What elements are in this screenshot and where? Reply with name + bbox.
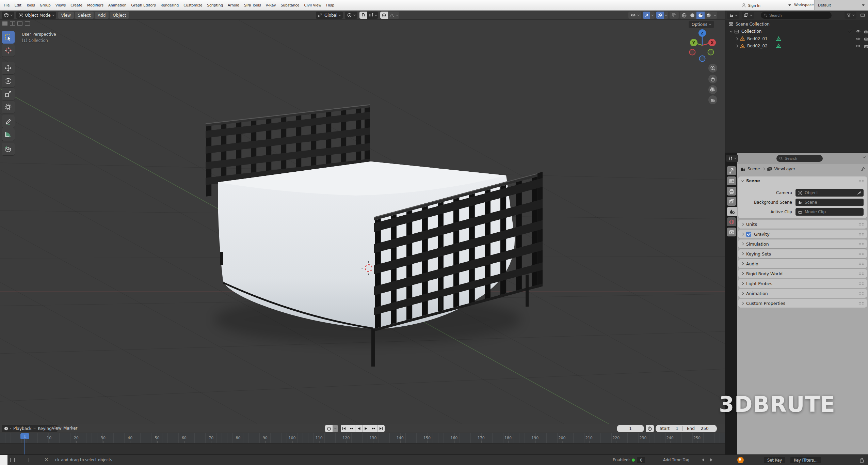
- outliner-row-scene-collection[interactable]: Scene Collection: [725, 20, 868, 28]
- snap-toggle[interactable]: [359, 12, 367, 19]
- shading-dropdown[interactable]: [713, 12, 717, 19]
- tab-collection[interactable]: [727, 228, 736, 236]
- drag-grip-icon[interactable]: [858, 302, 864, 305]
- pan-button[interactable]: [708, 75, 717, 83]
- outliner-new-collection-button[interactable]: [860, 13, 865, 18]
- overlays-toggle[interactable]: [656, 12, 664, 19]
- mode-dropdown[interactable]: Object Mode: [16, 12, 56, 19]
- background-scene-field[interactable]: Scene: [795, 199, 864, 206]
- tab-output[interactable]: [727, 187, 736, 196]
- panel-collapse-chevron-icon[interactable]: [741, 179, 744, 182]
- viewport-menu-object[interactable]: Object: [110, 12, 129, 19]
- play-button[interactable]: [363, 425, 370, 432]
- gizmo-neg-x-axis[interactable]: [690, 49, 695, 55]
- outliner-row-collection[interactable]: Collection: [725, 28, 868, 35]
- disable-camera-icon[interactable]: [864, 29, 868, 34]
- editor-type-button[interactable]: [2, 12, 14, 19]
- viewport-menu-view[interactable]: View: [58, 12, 74, 19]
- tab-tool[interactable]: [727, 166, 736, 175]
- menubar-item-scripting[interactable]: Scripting: [205, 3, 225, 7]
- section-custom-properties[interactable]: Custom Properties: [738, 299, 867, 308]
- shading-solid-button[interactable]: [688, 12, 696, 19]
- xray-toggle[interactable]: [670, 12, 679, 19]
- add-time-tag[interactable]: Add Time Tag: [663, 458, 689, 462]
- section-gravity[interactable]: Gravity: [738, 230, 867, 238]
- navigation-gizmo[interactable]: Z Y X: [684, 25, 721, 62]
- timeline-marker-menu[interactable]: Marker: [63, 426, 77, 431]
- eyedropper-icon[interactable]: [857, 191, 861, 195]
- drag-grip-icon[interactable]: [858, 262, 864, 265]
- properties-editor-type-button[interactable]: [726, 155, 738, 162]
- collection-checkbox[interactable]: [848, 29, 852, 34]
- tool-move[interactable]: [2, 62, 15, 74]
- outliner-display-mode-dropdown[interactable]: [742, 12, 754, 19]
- menubar-item-customize[interactable]: Customize: [181, 3, 205, 7]
- menubar-item-sini-tools[interactable]: SiNi Tools: [242, 3, 263, 7]
- section-simulation[interactable]: Simulation: [738, 239, 867, 248]
- drag-grip-icon[interactable]: [858, 180, 864, 183]
- disable-camera-icon[interactable]: [864, 44, 868, 48]
- section-light-probes[interactable]: Light Probes: [738, 279, 867, 288]
- viewport-menu-select[interactable]: Select: [75, 12, 94, 19]
- collapse-chevron-icon[interactable]: [735, 37, 738, 40]
- close-icon[interactable]: ×: [44, 456, 49, 463]
- outliner-row-bed02-02[interactable]: Bed02_02: [725, 43, 868, 50]
- section-units[interactable]: Units: [738, 220, 867, 229]
- menubar-item-tools[interactable]: Tools: [24, 3, 37, 7]
- drag-grip-icon[interactable]: [858, 233, 864, 236]
- section-audio[interactable]: Audio: [738, 259, 867, 268]
- menubar-item-arnold[interactable]: Arnold: [225, 3, 242, 7]
- auto-key-toggle[interactable]: [325, 425, 333, 432]
- disable-camera-icon[interactable]: [864, 36, 868, 41]
- viewport-menu-add[interactable]: Add: [95, 12, 109, 19]
- gravity-checkbox[interactable]: [746, 232, 751, 237]
- gizmo-neg-y-axis[interactable]: [708, 49, 714, 55]
- proportional-editing-toggle[interactable]: [380, 12, 388, 19]
- drag-grip-icon[interactable]: [858, 243, 864, 246]
- scene-panel-header[interactable]: Scene: [738, 176, 867, 185]
- camera-view-button[interactable]: [708, 85, 717, 94]
- breadcrumb-viewlayer[interactable]: ViewLayer: [774, 167, 795, 171]
- breadcrumb-scene[interactable]: Scene: [748, 167, 760, 171]
- current-frame-field[interactable]: 1: [617, 425, 644, 432]
- outliner-row-bed02-01[interactable]: Bed02_01: [725, 35, 868, 43]
- section-animation[interactable]: Animation: [738, 289, 867, 298]
- pivot-point-dropdown[interactable]: [345, 12, 357, 19]
- drag-grip-icon[interactable]: [858, 223, 864, 226]
- layout-split-icon[interactable]: [10, 21, 15, 26]
- drag-grip-icon[interactable]: [858, 272, 864, 275]
- use-preview-range-button[interactable]: [646, 425, 654, 432]
- shading-rendered-button[interactable]: [705, 12, 713, 19]
- active-clip-field[interactable]: Movie Clip: [795, 208, 864, 216]
- tab-render[interactable]: [727, 176, 736, 185]
- pin-icon[interactable]: [860, 167, 865, 171]
- outliner-search-input[interactable]: [769, 13, 829, 17]
- menubar-item-views[interactable]: Views: [53, 3, 68, 7]
- window-icon[interactable]: [29, 458, 33, 462]
- tool-cursor[interactable]: [2, 44, 15, 57]
- start-frame-field[interactable]: Start 1: [656, 426, 682, 431]
- menubar-item-substance[interactable]: Substance: [278, 3, 302, 7]
- tool-add-cube[interactable]: [2, 143, 15, 155]
- tool-rotate[interactable]: [2, 75, 15, 87]
- menubar-item-v-ray[interactable]: V-Ray: [263, 3, 278, 7]
- playhead-label[interactable]: 1: [20, 433, 29, 439]
- outliner-search[interactable]: [761, 12, 832, 19]
- expand-chevron-icon[interactable]: [730, 30, 733, 32]
- properties-search-input[interactable]: [785, 156, 820, 160]
- shading-wireframe-button[interactable]: [680, 12, 688, 19]
- layout-single-icon[interactable]: [2, 21, 7, 26]
- snap-settings-dropdown[interactable]: [367, 12, 378, 19]
- set-key-button[interactable]: Set Key: [764, 457, 785, 463]
- auto-key-dropdown[interactable]: [333, 425, 338, 432]
- window-icon[interactable]: [10, 458, 15, 462]
- tab-world[interactable]: [727, 217, 736, 226]
- menubar-item-modifiers[interactable]: Modifiers: [85, 3, 106, 7]
- outliner-filter-dropdown[interactable]: [845, 12, 856, 19]
- menubar-item-group[interactable]: Group: [37, 3, 53, 7]
- timeline-ruler[interactable]: 1020304050607080901001101201301401501601…: [0, 433, 725, 443]
- end-frame-field[interactable]: End 250: [683, 426, 713, 431]
- tab-scene[interactable]: [727, 207, 737, 216]
- menubar-item-create[interactable]: Create: [68, 3, 85, 7]
- tool-measure[interactable]: [2, 128, 15, 141]
